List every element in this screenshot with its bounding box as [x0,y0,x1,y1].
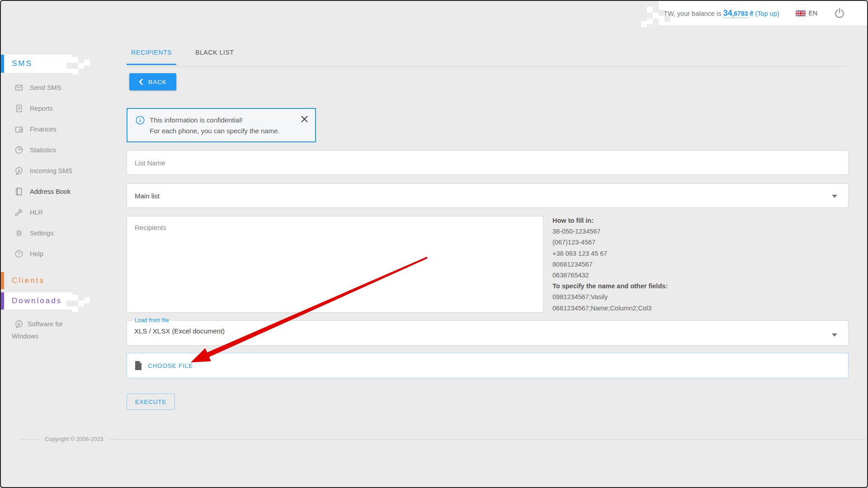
load-from-file-select[interactable]: Load from file XLS / XLSX (Excel documen… [127,317,849,346]
help-example: 0661234567;Name;Column2;Col3 [552,303,742,314]
balance-amount[interactable]: 34,6783 [723,10,748,18]
list-select-value: Main list [135,192,160,200]
close-icon[interactable] [300,115,309,125]
wrench-icon [14,208,24,217]
gear-icon [14,229,24,238]
address-book-icon [14,187,24,196]
sidebar-menu: Send SMS Reports Finances Statistics [14,77,114,264]
recipients-field-wrap [127,216,543,313]
sidebar-item-hlr[interactable]: HLR [14,202,114,223]
list-name-field-wrap [127,150,849,175]
footer-divider [109,439,866,440]
downloads-section-label: Downloads [12,296,62,305]
info-icon [135,115,145,125]
sms-section-label: SMS [12,59,33,68]
topbar: TW, your balance is 34,6783 ₴ (Top up) E… [659,1,867,25]
sidebar-item-software-for-windows[interactable]: Software for Windows [12,318,83,343]
help-example: 80681234567 [552,259,742,270]
info-line2: For each phone, you can specify the name… [150,126,280,136]
sidebar-item-label: Settings [30,230,53,237]
sidebar-item-help[interactable]: ? Help [14,244,114,264]
sidebar-item-send-sms[interactable]: Send SMS [14,77,114,98]
sidebar-item-address-book[interactable]: Address Book [14,181,114,202]
help-example: 38-050-1234567 [552,226,742,237]
footer: Copyright © 2008-2023 [19,436,866,443]
sidebar-item-finances[interactable]: Finances [14,119,114,140]
tab-black-list[interactable]: BLACK LIST [191,49,238,65]
sidebar-item-label: Statistics [30,146,56,154]
sidebar-item-label: Help [30,250,43,258]
load-from-file-value: XLS / XLSX (Excel document) [127,324,848,335]
envelope-icon [14,83,24,92]
help-example: (067)123-4567 [552,237,742,248]
execute-button[interactable]: EXECUTE [127,394,175,410]
info-line1: This information is confidential! [150,115,280,126]
footer-divider [19,439,39,440]
sidebar-item-label: Incoming SMS [30,167,72,174]
svg-text:?: ? [18,252,20,257]
info-box: This information is confidential! For ea… [127,108,316,142]
recipients-textarea[interactable] [127,216,543,312]
sidebar-section-sms[interactable]: SMS [1,55,72,73]
sidebar-item-settings[interactable]: Settings [14,223,114,244]
app-window: TW, your balance is 34,6783 ₴ (Top up) E… [0,0,868,488]
sidebar-item-label: HLR [30,209,43,216]
help-panel: How to fill in: 38-050-1234567 (067)123-… [552,215,742,314]
sidebar-item-label: Address Book [30,188,71,195]
power-icon [834,7,845,19]
pie-chart-icon [14,145,24,155]
clients-section-label: Clients [12,276,45,285]
wallet-icon [14,125,24,134]
sidebar-item-statistics[interactable]: Statistics [14,140,114,160]
incoming-sms-icon [14,166,24,175]
sidebar-item-incoming-sms[interactable]: Incoming SMS [14,160,114,181]
help-icon: ? [14,249,24,258]
uk-flag-icon [796,10,806,16]
download-bubble-icon [14,319,24,328]
back-button-label: BACK [148,79,167,85]
sidebar-item-label: Finances [30,126,57,133]
chevron-down-icon [832,333,837,337]
tab-recipients[interactable]: RECIPIENTS [127,49,176,65]
language-label: EN [809,9,817,17]
file-icon [135,361,142,370]
sidebar-section-clients[interactable]: Clients [1,272,72,289]
sidebar-item-label: Reports [30,105,53,112]
balance-text: TW, your balance is 34,6783 ₴ (Top up) [664,9,779,18]
choose-file-button[interactable]: CHOOSE FILE [127,353,849,378]
tabbar-divider [127,66,847,67]
list-name-input[interactable] [127,151,848,174]
logout-button[interactable] [834,7,845,19]
copyright-text: Copyright © 2008-2023 [39,436,109,442]
back-button[interactable]: BACK [129,73,176,90]
load-from-file-label: Load from file [132,317,172,324]
chevron-left-icon [139,79,143,85]
chevron-down-icon [832,195,837,198]
balance-prefix: TW, your balance is [664,10,721,17]
tabbar: RECIPIENTS BLACK LIST [127,49,238,65]
help-example: 0638765432 [552,270,742,281]
language-selector[interactable]: EN [796,9,817,17]
currency-symbol: ₴ [750,10,754,17]
help-example: 0981234567;Vasily [552,291,742,302]
sidebar-section-downloads[interactable]: Downloads [1,292,72,310]
top-up-link[interactable]: (Top up) [755,10,779,17]
sidebar-item-reports[interactable]: Reports [14,98,114,119]
help-title-fields: To specify the name and other fields: [552,281,742,291]
report-icon [14,104,24,113]
choose-file-label: CHOOSE FILE [148,362,193,369]
help-title-fill: How to fill in: [552,215,742,226]
sidebar-item-label: Send SMS [30,84,61,91]
help-example: +38 063 123 45 67 [552,248,742,259]
list-select[interactable]: Main list [127,183,849,208]
